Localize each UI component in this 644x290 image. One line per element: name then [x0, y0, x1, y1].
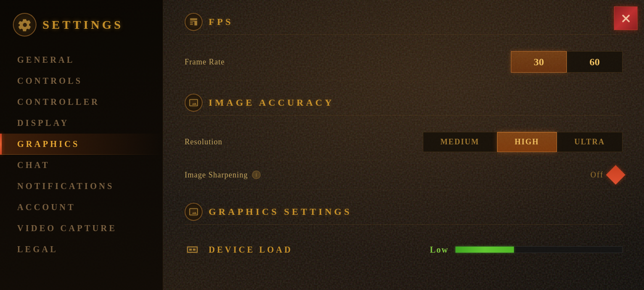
image-accuracy-section-title: IMAGE ACCURACY: [209, 97, 334, 108]
frame-rate-60-button[interactable]: 60: [567, 51, 623, 73]
graphics-settings-icon: [189, 207, 198, 217]
sidebar-item-controls[interactable]: CONTROLS: [0, 70, 163, 92]
image-accuracy-section-header: IMAGE ACCURACY: [185, 94, 623, 116]
main-container: SETTINGS GENERAL CONTROLS CONTROLLER DIS…: [0, 0, 644, 290]
sidebar: SETTINGS GENERAL CONTROLS CONTROLLER DIS…: [0, 0, 163, 290]
image-sharpening-controls: Off: [590, 168, 623, 182]
sidebar-item-account[interactable]: ACCOUNT: [0, 197, 163, 218]
image-sharpening-value: Off: [590, 171, 604, 180]
image-sharpening-toggle: Off: [590, 168, 623, 182]
frame-rate-row: Frame Rate 30 60: [185, 43, 623, 81]
device-load-bar-background: [455, 246, 623, 253]
resolution-high-button[interactable]: High: [497, 132, 557, 152]
sidebar-item-display[interactable]: DISPLAY: [0, 113, 163, 134]
image-sharpening-row: Image Sharpening i Off: [185, 160, 623, 190]
graphics-settings-section-header: GRAPHICS SETTINGS: [185, 203, 623, 225]
image-accuracy-icon: [189, 98, 198, 107]
frame-rate-30-button[interactable]: 30: [511, 51, 567, 73]
device-load-level: Low: [430, 245, 449, 255]
fps-section-header: FPS: [185, 13, 623, 35]
settings-header: SETTINGS: [0, 9, 163, 47]
gear-icon-container: [13, 13, 36, 37]
device-load-bar-fill: [456, 247, 514, 253]
graphics-settings-section-title: GRAPHICS SETTINGS: [209, 206, 352, 217]
image-accuracy-icon-container: [185, 94, 203, 112]
resolution-row: Resolution Medium High Ultra: [185, 124, 623, 160]
device-load-icon: [186, 243, 199, 256]
device-load-row: DEVICE LOAD Low: [185, 233, 623, 266]
device-load-title: DEVICE LOAD: [209, 245, 293, 255]
frame-rate-controls: 30 60: [511, 51, 623, 73]
settings-title: SETTINGS: [43, 18, 123, 32]
resolution-ultra-button[interactable]: Ultra: [557, 132, 623, 152]
fps-icon-container: [185, 13, 203, 31]
device-load-status: Low: [430, 245, 623, 255]
resolution-btn-group: Medium High Ultra: [423, 132, 623, 152]
resolution-controls: Medium High Ultra: [423, 132, 623, 152]
frame-rate-label: Frame Rate: [185, 58, 511, 67]
gear-icon: [18, 18, 32, 32]
close-icon: [620, 12, 632, 24]
fps-section-title: FPS: [209, 16, 233, 27]
sidebar-item-notifications[interactable]: NOTIFICATIONS: [0, 176, 163, 197]
sidebar-item-controller[interactable]: CONTROLLER: [0, 92, 163, 113]
sidebar-item-general[interactable]: GENERAL: [0, 49, 163, 70]
device-load-icon-container: [185, 242, 200, 257]
toggle-diamond-button[interactable]: [606, 165, 625, 184]
sidebar-item-video-capture[interactable]: VIDEO CAPTURE: [0, 218, 163, 239]
close-button[interactable]: [614, 6, 638, 30]
nav-items: GENERAL CONTROLS CONTROLLER DISPLAY GRAP…: [0, 47, 163, 262]
sidebar-item-chat[interactable]: CHAT: [0, 155, 163, 176]
sidebar-item-legal[interactable]: LEGAL: [0, 239, 163, 260]
graphics-settings-icon-container: [185, 203, 203, 221]
main-content: FPS Frame Rate 30 60 IMAGE ACCURACY: [163, 0, 644, 290]
image-sharpening-info-icon[interactable]: i: [252, 171, 261, 179]
fps-icon: [189, 17, 198, 27]
resolution-label: Resolution: [185, 137, 423, 147]
sidebar-item-graphics[interactable]: GRAPHICS: [0, 134, 163, 155]
image-sharpening-label: Image Sharpening i: [185, 171, 590, 180]
resolution-medium-button[interactable]: Medium: [423, 132, 497, 152]
frame-rate-btn-group: 30 60: [511, 51, 623, 73]
